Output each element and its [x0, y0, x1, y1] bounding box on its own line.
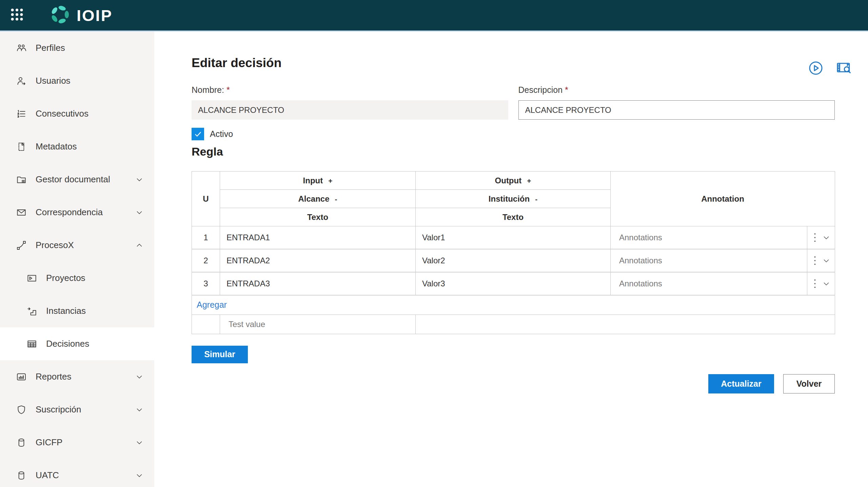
- chevron-down-icon[interactable]: [822, 257, 830, 265]
- ordered-list-icon: [15, 108, 27, 120]
- output-type-header[interactable]: Texto: [416, 208, 611, 226]
- annotation-input[interactable]: [611, 226, 807, 249]
- database-icon: [15, 437, 27, 449]
- hit-policy-cell[interactable]: U: [192, 171, 220, 226]
- test-value-input[interactable]: [220, 315, 415, 334]
- descripcion-label: Descripcion*: [518, 85, 835, 95]
- actualizar-button[interactable]: Actualizar: [708, 374, 774, 393]
- activo-checkbox[interactable]: [192, 128, 204, 140]
- input-value-cell[interactable]: ENTRADA1: [220, 226, 416, 249]
- sidebar-item-uatc[interactable]: UATC: [0, 459, 154, 487]
- sidebar-item-label: Decisiones: [46, 339, 144, 349]
- kebab-menu-icon[interactable]: [813, 232, 816, 243]
- sidebar-item-proyectos[interactable]: Proyectos: [0, 262, 154, 295]
- input-type-header[interactable]: Texto: [220, 208, 416, 226]
- agregar-link[interactable]: Agregar: [192, 300, 227, 310]
- form-actions: Actualizar Volver: [192, 374, 835, 393]
- checkmark-icon: [193, 129, 203, 139]
- sidebar-item-label: Suscripción: [36, 404, 135, 415]
- rule-row-1: 1 ENTRADA1 Valor1: [192, 226, 835, 249]
- output-name-header[interactable]: Institución-: [416, 190, 611, 208]
- chevron-up-icon[interactable]: [135, 241, 144, 250]
- chevron-down-icon[interactable]: [135, 405, 144, 414]
- volver-button[interactable]: Volver: [783, 374, 835, 393]
- annotation-input[interactable]: [611, 272, 807, 295]
- user-arrow-icon: [15, 75, 27, 87]
- test-row: [192, 314, 835, 334]
- sidebar-item-gicfp[interactable]: GICFP: [0, 426, 154, 459]
- logo-ring-icon: [49, 3, 71, 27]
- chevron-down-icon[interactable]: [822, 234, 830, 242]
- page-title: Editar decisión: [192, 56, 835, 70]
- sidebar-item-procesox[interactable]: ProcesoX: [0, 229, 154, 262]
- sidebar-item-label: Instancias: [46, 306, 144, 316]
- chevron-down-icon[interactable]: [135, 175, 144, 184]
- sidebar-item-usuarios[interactable]: Usuarios: [0, 64, 154, 97]
- descripcion-input[interactable]: [518, 100, 835, 120]
- row-number[interactable]: 2: [192, 249, 220, 272]
- output-value-cell[interactable]: Valor2: [416, 249, 611, 272]
- app-logo[interactable]: IOIP: [49, 3, 113, 27]
- activo-row: Activo: [192, 128, 835, 140]
- sidebar-item-label: Perfiles: [36, 43, 144, 53]
- output-column-header[interactable]: Output+: [416, 171, 611, 190]
- chevron-down-icon[interactable]: [822, 280, 830, 288]
- sidebar-item-label: Usuarios: [36, 76, 144, 86]
- rule-row-2: 2 ENTRADA2 Valor2: [192, 249, 835, 272]
- test-row-result-cell: [416, 314, 835, 334]
- rule-row-3: 3 ENTRADA3 Valor3: [192, 272, 835, 295]
- row-number[interactable]: 1: [192, 226, 220, 249]
- annotation-column-header[interactable]: Annotation: [611, 171, 835, 226]
- sidebar-item-metadatos[interactable]: Metadatos: [0, 130, 154, 163]
- activo-label: Activo: [210, 129, 233, 139]
- row-number[interactable]: 3: [192, 272, 220, 295]
- sidebar-item-label: ProcesoX: [36, 240, 135, 250]
- input-name-header[interactable]: Alcance-: [220, 190, 416, 208]
- remove-output-column-button[interactable]: -: [535, 195, 537, 203]
- add-output-column-button[interactable]: +: [527, 177, 531, 185]
- chevron-down-icon[interactable]: [135, 471, 144, 480]
- descripcion-field-group: Descripcion*: [518, 85, 835, 120]
- regla-section-title: Regla: [192, 145, 835, 158]
- sidebar-item-perfiles[interactable]: Perfiles: [0, 32, 154, 64]
- test-row-corner-cell: [192, 314, 220, 334]
- chevron-down-icon[interactable]: [135, 438, 144, 447]
- apps-grid-icon: [9, 7, 25, 24]
- app-launcher-button[interactable]: [7, 6, 26, 25]
- output-value-cell[interactable]: Valor3: [416, 272, 611, 295]
- remove-input-column-button[interactable]: -: [335, 195, 337, 203]
- row-actions-cell: [807, 249, 835, 272]
- chevron-down-icon[interactable]: [135, 372, 144, 382]
- sidebar-item-consecutivos[interactable]: Consecutivos: [0, 97, 154, 130]
- film-search-icon[interactable]: [835, 60, 852, 78]
- sidebar-item-gestor-documental[interactable]: Gestor documental: [0, 163, 154, 196]
- row-actions-cell: [807, 226, 835, 249]
- sidebar-item-suscripcion[interactable]: Suscripción: [0, 393, 154, 426]
- simular-button[interactable]: Simular: [192, 346, 248, 363]
- page-toolbar: [808, 60, 852, 78]
- add-rule-row: Agregar: [192, 295, 835, 314]
- add-input-column-button[interactable]: +: [328, 177, 332, 185]
- kebab-menu-icon[interactable]: [813, 256, 816, 266]
- decision-table-icon: [26, 338, 38, 350]
- play-circle-icon[interactable]: [808, 60, 824, 78]
- input-value-cell[interactable]: ENTRADA3: [220, 272, 416, 295]
- sidebar-item-reportes[interactable]: Reportes: [0, 360, 154, 393]
- people-icon: [15, 42, 27, 54]
- sidebar-item-correspondencia[interactable]: Correspondencia: [0, 196, 154, 229]
- project-icon: [26, 272, 38, 284]
- sidebar-item-label: Reportes: [36, 371, 135, 382]
- kebab-menu-icon[interactable]: [813, 279, 816, 289]
- annotation-input[interactable]: [611, 249, 807, 272]
- row-actions-cell: [807, 272, 835, 295]
- input-value-cell[interactable]: ENTRADA2: [220, 249, 416, 272]
- output-value-cell[interactable]: Valor1: [416, 226, 611, 249]
- input-column-header[interactable]: Input+: [220, 171, 416, 190]
- nombre-input[interactable]: [192, 100, 508, 120]
- sidebar-item-decisiones[interactable]: Decisiones: [0, 327, 154, 360]
- sidebar-item-instancias[interactable]: Instancias: [0, 295, 154, 327]
- required-asterisk: *: [226, 85, 230, 95]
- decision-form: Nombre:* Descripcion*: [192, 85, 835, 120]
- chevron-down-icon[interactable]: [135, 208, 144, 217]
- main-content: Editar decisión Nombre:* Descripcion* Ac…: [154, 56, 868, 393]
